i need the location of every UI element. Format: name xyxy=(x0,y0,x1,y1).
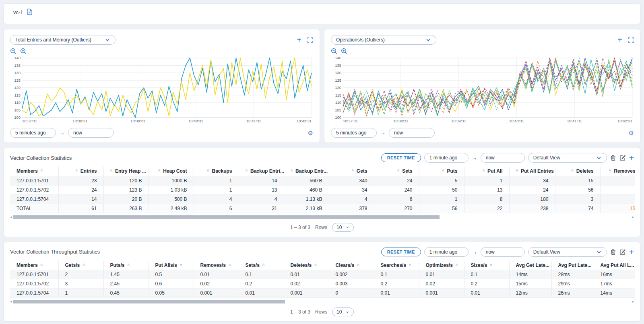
zoom-out-icon[interactable] xyxy=(10,48,17,55)
column-header[interactable]: Sets/s ^ xyxy=(239,261,284,270)
sort-caret-icon: ^ xyxy=(397,169,400,173)
column-header[interactable]: Searches/s ^ xyxy=(374,261,419,270)
edit-view-icon[interactable] xyxy=(619,249,626,255)
scrollbar-thumb[interactable] xyxy=(13,300,285,303)
column-header[interactable]: Avg Put Late... ^ xyxy=(551,261,594,270)
cell: 23 xyxy=(58,176,103,185)
cell: 0.01 xyxy=(464,289,509,298)
column-header[interactable]: ^ Put All Entries xyxy=(509,167,555,176)
column-header-label: Sets/s xyxy=(246,262,260,268)
column-header[interactable]: ^ Entry Heap ... xyxy=(103,167,149,176)
column-header[interactable]: ^ Backup Entr... xyxy=(284,167,329,176)
zoom-in-icon[interactable] xyxy=(20,48,27,55)
cell: 14ms xyxy=(509,270,551,279)
member-cell: 127.0.0.1:5704 xyxy=(10,289,58,298)
x-axis-tick-label: 10:39:31 xyxy=(130,119,145,123)
column-header[interactable]: Members ^ xyxy=(10,261,58,270)
column-header[interactable]: Removes/s ^ xyxy=(194,261,239,270)
time-from-input[interactable]: 5 minutes ago xyxy=(10,128,56,138)
delete-view-icon[interactable] xyxy=(610,249,616,255)
add-view-icon[interactable]: + xyxy=(629,155,634,161)
metric-select[interactable]: Total Entries and Memory (Outliers) xyxy=(10,35,116,45)
column-header[interactable]: ^ Puts xyxy=(419,167,464,176)
add-widget-icon[interactable]: + xyxy=(617,37,622,43)
delete-view-icon[interactable] xyxy=(610,155,616,161)
sort-caret-icon: ^ xyxy=(609,169,611,173)
scroll-right-icon[interactable]: ▸ xyxy=(632,300,634,303)
column-header[interactable]: Deletes/s ^ xyxy=(284,261,329,270)
cell: 61 xyxy=(58,204,103,213)
column-header-label: Members xyxy=(17,262,38,268)
rows-per-page-value: 10 xyxy=(336,309,342,315)
scrollbar-thumb[interactable] xyxy=(13,215,440,219)
zoom-in-icon[interactable] xyxy=(341,48,348,55)
zoom-out-icon[interactable] xyxy=(331,48,338,55)
column-header[interactable]: ^ Deletes xyxy=(555,167,600,176)
gear-icon[interactable]: ⚙ xyxy=(308,130,313,136)
cell: 22 xyxy=(464,204,509,213)
rows-per-page-select[interactable]: 10 xyxy=(332,223,354,232)
column-header[interactable]: ^ Removes xyxy=(600,167,635,176)
view-select[interactable]: Default View xyxy=(528,247,607,257)
chevron-down-icon xyxy=(596,250,602,254)
reset-time-button[interactable]: RESET TIME xyxy=(381,153,421,162)
topbar: vc-1 xyxy=(3,3,641,24)
table-row: 127.0.0.1:570123120 B1000 B114560 B34024… xyxy=(10,176,635,185)
column-header[interactable]: ^ Backups xyxy=(194,167,239,176)
sort-caret-icon: ^ xyxy=(456,263,458,268)
expand-icon[interactable] xyxy=(307,37,313,43)
line-chart-total-entries-memory[interactable]: 10:37:3110:38:3110:39:3110:40:3110:41:31… xyxy=(10,56,314,124)
column-header-label: Backup Entri... xyxy=(250,168,284,174)
column-header[interactable]: Members ^ xyxy=(10,167,58,176)
sort-caret-icon: ^ xyxy=(291,169,293,173)
line-chart-operations[interactable]: 10:37:3110:38:3110:39:3110:40:3110:41:31… xyxy=(331,56,635,124)
data-table: Members ^^ Entries^ Entry Heap ...^ Heap… xyxy=(10,167,635,213)
time-from-input[interactable]: 5 minutes ago xyxy=(331,128,377,138)
column-header[interactable]: ^ Put All xyxy=(464,167,509,176)
column-header[interactable]: Avg Get Late... ^ xyxy=(509,261,551,270)
time-from-input[interactable]: 1 minute ago xyxy=(424,247,469,257)
column-header[interactable]: Optimizes/s ^ xyxy=(419,261,464,270)
column-header[interactable]: ^ Sets xyxy=(374,167,419,176)
column-header[interactable]: ^ Entries xyxy=(58,167,103,176)
cell: 0.02 xyxy=(284,279,329,289)
column-header[interactable]: ^ Gets xyxy=(329,167,374,176)
add-widget-icon[interactable]: + xyxy=(297,37,301,43)
time-to-input[interactable]: now xyxy=(481,153,525,163)
column-header[interactable]: ^ Heap Cost xyxy=(149,167,194,176)
edit-view-icon[interactable] xyxy=(619,155,626,161)
reset-time-button[interactable]: RESET TIME xyxy=(381,248,421,256)
gear-icon[interactable]: ⚙ xyxy=(629,130,634,136)
expand-icon[interactable] xyxy=(628,37,634,43)
add-view-icon[interactable]: + xyxy=(629,249,634,255)
x-axis-tick-label: 10:38:31 xyxy=(393,119,408,123)
time-from-input[interactable]: 1 minute ago xyxy=(424,153,469,163)
column-header[interactable]: Clears/s ^ xyxy=(329,261,374,270)
view-select[interactable]: Default View xyxy=(528,153,607,163)
column-header[interactable]: Avg Put All L... ^ xyxy=(594,261,635,270)
rows-label: Rows xyxy=(315,225,327,230)
dashboard-page: vc-1 Total Entries and Memory (Outliers)… xyxy=(0,0,644,324)
column-header[interactable]: Gets/s ^ xyxy=(58,261,103,270)
column-header[interactable]: Puts/s ^ xyxy=(103,261,149,270)
column-header[interactable]: Put Alls/s ^ xyxy=(149,261,194,270)
scroll-left-icon[interactable]: ◂ xyxy=(10,300,12,303)
scroll-left-icon[interactable]: ◂ xyxy=(10,215,12,219)
cell: 14ms xyxy=(594,289,635,298)
column-header[interactable]: Sizes/s ^ xyxy=(464,261,509,270)
sort-caret-icon: ^ xyxy=(180,263,182,268)
scroll-right-icon[interactable]: ▸ xyxy=(632,215,634,219)
column-header-label: Put All Entries xyxy=(521,168,554,174)
document-icon[interactable] xyxy=(27,8,33,15)
metric-select[interactable]: Operations/s (Outliers) xyxy=(331,35,436,45)
rows-per-page-select[interactable]: 10 xyxy=(332,307,354,316)
pagination: 1 – 3 of 3 Rows 10 xyxy=(10,220,634,233)
time-to-input[interactable]: now xyxy=(481,247,525,257)
time-to-input[interactable]: now xyxy=(68,128,114,138)
metric-select-value: Total Entries and Memory (Outliers) xyxy=(15,37,91,43)
column-header-label: Heap Cost xyxy=(163,168,187,174)
sort-caret-icon: ^ xyxy=(314,263,317,268)
cell: 1.03 kB xyxy=(149,185,194,194)
column-header[interactable]: ^ Backup Entri... xyxy=(239,167,284,176)
time-to-input[interactable]: now xyxy=(389,128,435,138)
